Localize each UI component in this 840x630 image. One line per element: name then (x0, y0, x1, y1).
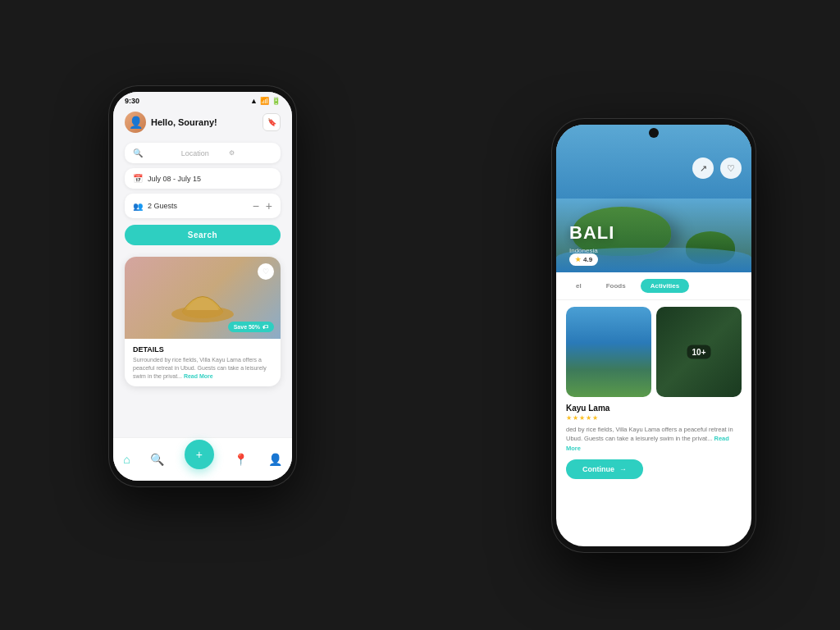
location-search-box[interactable]: 🔍 Location ⚙ (125, 143, 281, 163)
property-name: Kayu Lama (566, 404, 742, 413)
card-image: ♡ Save 50% 🏷 (125, 257, 281, 339)
stars-row: ★ ★ ★ ★ ★ (566, 414, 742, 422)
share-heart-row: ↗ ♡ (692, 158, 742, 179)
save-badge: Save 50% 🏷 (228, 322, 274, 332)
gallery-image-2: 10+ (656, 307, 742, 397)
nav-item-search[interactable]: 🔍 (150, 453, 164, 466)
time-label: 9:30 (125, 97, 139, 105)
status-icons: ▲ 📶 🔋 (250, 97, 281, 105)
phone-1: 9:30 ▲ 📶 🔋 👤 Hello, Sourany! 🔖 (108, 85, 297, 487)
phone-2-notch (649, 128, 659, 138)
filter-icon[interactable]: ⚙ (229, 149, 272, 157)
property-description: ded by rice fields, Villa Kayu Lama offe… (566, 425, 742, 453)
star-4: ★ (586, 414, 591, 422)
guests-label: 2 Guests (148, 202, 248, 210)
search-nav-icon: 🔍 (150, 453, 164, 466)
card-section: ♡ Save 50% 🏷 DETAILS Surrounded by rice … (113, 250, 292, 437)
gallery-image-1 (566, 307, 651, 397)
header-bar: 👤 Hello, Sourany! 🔖 (113, 107, 292, 138)
star-icon: ★ (575, 256, 581, 263)
avatar: 👤 (125, 112, 146, 133)
heart-button[interactable]: ♡ (720, 158, 742, 179)
nav-item-home[interactable]: ⌂ (123, 453, 130, 466)
heart-button-card[interactable]: ♡ (258, 263, 274, 280)
star-2: ★ (573, 414, 578, 422)
status-bar-1: 9:30 ▲ 📶 🔋 (113, 92, 292, 107)
guests-selector[interactable]: 👥 2 Guests − + (125, 194, 281, 218)
date-picker[interactable]: 📅 July 08 - July 15 (125, 168, 281, 189)
more-photos-badge: 10+ (687, 345, 711, 359)
rating-value: 4.9 (583, 256, 592, 263)
tag-icon: 🏷 (262, 324, 268, 330)
nav-item-profile[interactable]: 👤 (268, 453, 282, 466)
continue-label: Continue (582, 465, 614, 473)
tab-el[interactable]: el (566, 279, 591, 293)
guests-icon: 👥 (133, 202, 143, 211)
search-section: 🔍 Location ⚙ 📅 July 08 - July 15 👥 2 Gue… (113, 138, 292, 250)
heart-icon: ♡ (727, 163, 735, 174)
phone-2: ↗ ♡ BALI Indonesia ★ 4.9 el (551, 118, 756, 553)
destination-title: BALI (569, 222, 614, 244)
search-button[interactable]: Search (125, 225, 281, 245)
fab-plus-icon: + (196, 448, 203, 461)
date-label: July 08 - July 15 (148, 175, 201, 183)
guests-minus-button[interactable]: − (253, 199, 259, 212)
card-title: DETAILS (133, 345, 272, 354)
battery-icon: 🔋 (272, 97, 281, 105)
hat-illustration (170, 269, 235, 326)
greeting-text: Hello, Sourany! (151, 117, 262, 127)
profile-nav-icon: 👤 (268, 453, 282, 466)
wifi-icon: 📶 (260, 97, 269, 105)
rating-badge: ★ 4.9 (569, 253, 598, 266)
phone-1-screen: 9:30 ▲ 📶 🔋 👤 Hello, Sourany! 🔖 (113, 92, 292, 481)
phone-2-screen: ↗ ♡ BALI Indonesia ★ 4.9 el (556, 125, 751, 546)
search-icon: 🔍 (133, 148, 176, 158)
property-card: ♡ Save 50% 🏷 DETAILS Surrounded by rice … (125, 257, 281, 386)
bookmark-icon: 🔖 (267, 118, 276, 126)
phone2-header: ↗ ♡ BALI Indonesia ★ 4.9 (556, 125, 751, 272)
bookmark-button[interactable]: 🔖 (262, 113, 281, 131)
tab-activities[interactable]: Activities (641, 279, 690, 293)
guests-controls: − + (253, 199, 272, 212)
signal-icon: ▲ (250, 97, 258, 105)
share-button[interactable]: ↗ (692, 158, 714, 179)
bottom-nav: ⌂ 🔍 + 📍 👤 (113, 437, 292, 481)
tab-foods[interactable]: Foods (596, 279, 636, 293)
arrow-icon: → (619, 465, 627, 473)
continue-button[interactable]: Continue → (566, 459, 643, 479)
star-3: ★ (579, 414, 585, 422)
phone2-tabs: el Foods Activities (556, 272, 751, 300)
location-input[interactable]: Location (181, 149, 225, 158)
phone2-content: 10+ Kayu Lama ★ ★ ★ ★ ★ ded by rice fiel (556, 300, 751, 546)
fab-button[interactable]: + (185, 440, 214, 469)
card-body: DETAILS Surrounded by rice fields, Villa… (125, 339, 281, 386)
gallery-grid: 10+ (566, 307, 742, 397)
star-5: ★ (592, 414, 598, 422)
property-name-row: Kayu Lama ★ ★ ★ ★ ★ (566, 404, 742, 422)
scene: 9:30 ▲ 📶 🔋 👤 Hello, Sourany! 🔖 (84, 61, 756, 569)
nav-item-location[interactable]: 📍 (234, 453, 248, 466)
home-icon: ⌂ (123, 453, 130, 466)
read-more-link[interactable]: Read More (184, 373, 213, 379)
guests-plus-button[interactable]: + (266, 199, 272, 212)
save-badge-text: Save 50% (234, 324, 260, 330)
share-icon: ↗ (700, 163, 707, 174)
card-description: Surrounded by rice fields, Villa Kayu La… (133, 356, 272, 380)
location-nav-icon: 📍 (234, 453, 248, 466)
calendar-icon: 📅 (133, 174, 143, 183)
star-1: ★ (566, 414, 572, 422)
